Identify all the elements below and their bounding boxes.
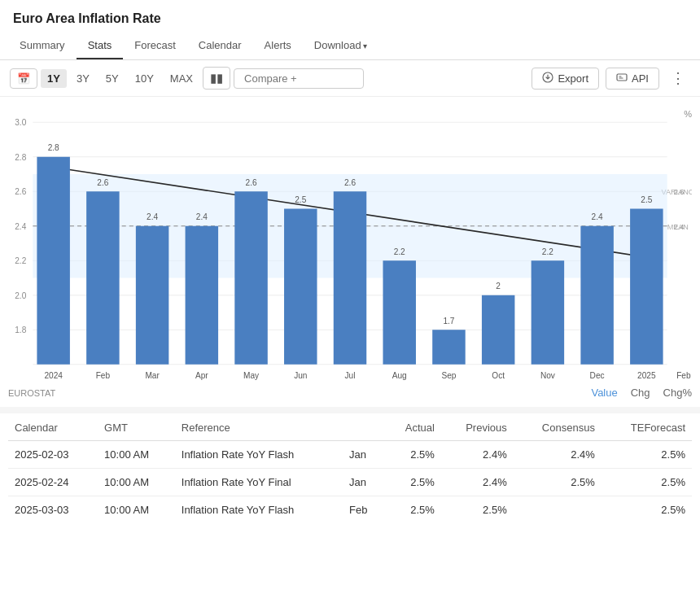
tab-alerts[interactable]: Alerts (253, 33, 303, 59)
calendar-icon: 📅 (17, 72, 30, 85)
time-10y-button[interactable]: 10Y (129, 69, 160, 88)
time-1y-button[interactable]: 1Y (41, 69, 67, 88)
cell-actual-3: 2.5% (384, 496, 441, 524)
cell-actual-2: 2.5% (384, 469, 441, 496)
cell-calendar-2: 2025-02-24 (8, 469, 98, 496)
cell-gmt-3: 10:00 AM (98, 496, 175, 524)
cell-teforecast-1: 2.5% (602, 441, 692, 469)
cell-previous-2: 2.4% (441, 469, 514, 496)
svg-text:Nov: Nov (540, 371, 556, 380)
svg-text:1.8: 1.8 (15, 326, 26, 334)
cell-period-3: Feb (343, 496, 384, 524)
svg-text:May: May (243, 371, 260, 380)
export-button[interactable]: Export (532, 68, 599, 90)
svg-text:2.2: 2.2 (542, 247, 553, 256)
tab-download[interactable]: Download (303, 33, 379, 59)
cell-consensus-2: 2.5% (514, 469, 602, 496)
svg-text:2.6: 2.6 (97, 178, 108, 187)
svg-rect-1 (617, 74, 627, 81)
cell-reference-1: Inflation Rate YoY Flash (175, 441, 343, 469)
svg-text:Aug: Aug (392, 371, 407, 380)
table-row: 2025-02-03 10:00 AM Inflation Rate YoY F… (8, 441, 692, 469)
page-title: Euro Area Inflation Rate (0, 0, 700, 33)
col-gmt: GMT (98, 413, 175, 441)
toolbar: 📅 1Y 3Y 5Y 10Y MAX ▮▮ Export API ⋮ (0, 60, 700, 97)
time-3y-button[interactable]: 3Y (70, 69, 96, 88)
cell-calendar-3: 2025-03-03 (8, 496, 98, 524)
svg-text:2.4: 2.4 (196, 212, 208, 221)
svg-rect-24 (37, 157, 69, 365)
col-teforecast: TEForecast (602, 413, 692, 441)
svg-text:2.6: 2.6 (246, 178, 257, 187)
svg-text:Mar: Mar (145, 371, 160, 380)
divider (0, 407, 700, 413)
svg-rect-39 (284, 209, 317, 365)
export-icon (542, 72, 553, 85)
svg-rect-45 (383, 260, 415, 365)
col-reference: Reference (175, 413, 343, 441)
svg-text:3.0: 3.0 (15, 118, 26, 127)
svg-text:2.4: 2.4 (592, 212, 603, 221)
tab-bar: Summary Stats Forecast Calendar Alerts D… (0, 33, 700, 60)
svg-text:Dec: Dec (590, 371, 605, 380)
table-header: Calendar GMT Reference Actual Previous C… (8, 413, 692, 441)
svg-text:2.5: 2.5 (295, 195, 306, 204)
svg-text:2.8: 2.8 (15, 153, 26, 162)
compare-input[interactable] (234, 68, 364, 89)
api-button[interactable]: API (606, 68, 659, 90)
time-5y-button[interactable]: 5Y (99, 69, 125, 88)
svg-text:2.2: 2.2 (394, 247, 405, 256)
table-section: Calendar GMT Reference Actual Previous C… (0, 413, 700, 540)
time-max-button[interactable]: MAX (164, 69, 199, 88)
svg-text:2.5: 2.5 (641, 195, 652, 204)
chart-area: % 3.0 2.8 2.6 2. (0, 97, 700, 382)
cell-previous-3: 2.5% (441, 496, 514, 524)
tab-stats[interactable]: Stats (77, 33, 124, 59)
svg-text:Feb: Feb (96, 371, 111, 380)
cell-calendar-1: 2025-02-03 (8, 441, 98, 469)
svg-rect-33 (186, 226, 218, 365)
tab-forecast[interactable]: Forecast (123, 33, 187, 59)
svg-rect-51 (482, 295, 514, 365)
svg-text:2.6: 2.6 (15, 187, 26, 196)
svg-text:2.6: 2.6 (344, 178, 356, 187)
svg-rect-42 (334, 191, 366, 365)
chg-label[interactable]: Chg (631, 387, 650, 399)
svg-text:2: 2 (496, 282, 501, 291)
svg-text:2.8: 2.8 (48, 143, 59, 152)
svg-text:2.4: 2.4 (147, 212, 158, 221)
cell-consensus-1: 2.4% (514, 441, 602, 469)
export-label: Export (558, 72, 588, 85)
svg-text:Apr: Apr (195, 371, 208, 380)
tab-summary[interactable]: Summary (8, 33, 77, 59)
calendar-button[interactable]: 📅 (10, 68, 37, 89)
tab-calendar[interactable]: Calendar (187, 33, 253, 59)
col-consensus: Consensus (514, 413, 602, 441)
toolbar-right: Export API ⋮ (532, 68, 690, 90)
api-label: API (632, 72, 649, 85)
chart-type-button[interactable]: ▮▮ (203, 67, 230, 90)
data-table: Calendar GMT Reference Actual Previous C… (8, 413, 692, 523)
cell-teforecast-2: 2.5% (602, 469, 692, 496)
svg-text:Jun: Jun (294, 371, 308, 380)
svg-rect-27 (86, 191, 119, 365)
chg-pct-label[interactable]: Chg% (663, 387, 692, 399)
value-link[interactable]: Value (591, 387, 617, 399)
svg-rect-57 (580, 226, 613, 365)
svg-text:Oct: Oct (492, 371, 505, 380)
cell-teforecast-3: 2.5% (602, 496, 692, 524)
cell-gmt-2: 10:00 AM (98, 469, 175, 496)
chart-type-icon: ▮▮ (210, 71, 223, 85)
col-period (343, 413, 384, 441)
table-row: 2025-03-03 10:00 AM Inflation Rate YoY F… (8, 496, 692, 524)
cell-consensus-3 (514, 496, 602, 524)
more-button[interactable]: ⋮ (666, 68, 690, 89)
chart-footer: EUROSTAT Value Chg Chg% (0, 382, 700, 407)
cell-actual-1: 2.5% (384, 441, 441, 469)
svg-text:1.7: 1.7 (443, 317, 454, 326)
cell-period-2: Jan (343, 469, 384, 496)
svg-text:2025: 2025 (637, 371, 656, 380)
api-icon (616, 72, 628, 85)
svg-text:2.2: 2.2 (15, 256, 26, 265)
cell-period-1: Jan (343, 441, 384, 469)
